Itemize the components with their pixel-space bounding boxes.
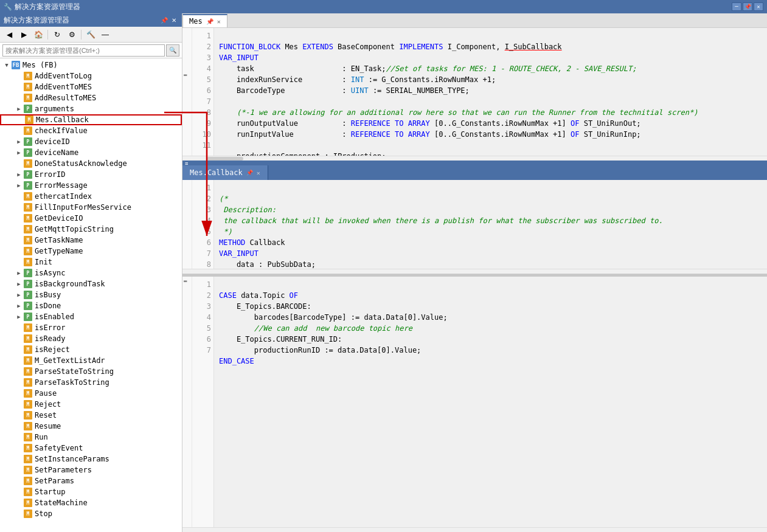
- back-button[interactable]: ◀: [2, 29, 16, 41]
- tree-item-getDeviceIO[interactable]: M GetDeviceIO: [0, 213, 182, 224]
- top-hscrollbar[interactable]: [182, 156, 767, 161]
- tree-item-stop[interactable]: M Stop: [0, 508, 182, 519]
- tree-item-doneStatusAck[interactable]: M DoneStatusAcknowledge: [0, 158, 182, 169]
- refresh-button[interactable]: ↻: [50, 29, 64, 41]
- mid-hscrollbar[interactable]: [182, 269, 767, 274]
- tree-item-parseTask[interactable]: M ParseTaskToString: [0, 377, 182, 388]
- title-bar-left: 🔧 解决方案资源管理器: [4, 2, 80, 12]
- code-content-top[interactable]: FUNCTION_BLOCK Mes EXTENDS BaseComponent…: [214, 28, 767, 156]
- item-label10: ErrorMessage: [35, 181, 88, 190]
- tree-item-safetyEvent[interactable]: M SafetyEvent: [0, 443, 182, 454]
- method-icon31: M: [23, 410, 33, 420]
- app-icon: 🔧: [4, 3, 12, 11]
- top-tab-bar: Mes 📌 ✕: [182, 13, 767, 28]
- tree-item-setParameters[interactable]: M SetParameters: [0, 465, 182, 475]
- tree-item-setParams[interactable]: M SetParams: [0, 475, 182, 486]
- item-label4: arguments: [35, 105, 74, 113]
- tree-item-addResultToMES[interactable]: M AddResultToMES: [0, 92, 182, 103]
- item-label28: ParseTaskToString: [35, 378, 109, 387]
- mes-tab-label: Mes: [189, 17, 203, 26]
- bot-hscrollbar[interactable]: [182, 527, 767, 532]
- item-label9: ErrorID: [35, 170, 66, 179]
- item-label21: isDone: [35, 302, 61, 310]
- tree-item-addEventToLog[interactable]: M AddEventToLog: [0, 71, 182, 81]
- tree-item-arguments[interactable]: ▶ P arguments: [0, 103, 182, 114]
- mes-tab-close[interactable]: ✕: [217, 18, 221, 25]
- method-icon35: M: [23, 454, 33, 464]
- tree-item-stateMachine[interactable]: M StateMachine: [0, 497, 182, 508]
- tree-item-isReady[interactable]: M isReady: [0, 333, 182, 344]
- tree-item-parseState[interactable]: M ParseStateToString: [0, 366, 182, 377]
- item-label36: SetParameters: [35, 466, 92, 474]
- method-icon29: M: [23, 389, 33, 398]
- tree-item-reset[interactable]: M Reset: [0, 410, 182, 421]
- fb-icon: FB: [11, 60, 21, 70]
- tree-item-pause[interactable]: M Pause: [0, 388, 182, 399]
- method-icon16: M: [23, 246, 33, 256]
- tree-item-checkIfValue[interactable]: M checkIfValue: [0, 125, 182, 136]
- tree-item-isDone[interactable]: ▶ P isDone: [0, 300, 182, 311]
- panel-close-button[interactable]: ✕: [170, 16, 178, 24]
- method-icon3: M: [23, 93, 33, 103]
- callback-tab[interactable]: Mes.Callback 📌 ✕: [182, 165, 268, 180]
- tree-item-deviceID[interactable]: ▶ P deviceID: [0, 136, 182, 147]
- tree-item-fillInput[interactable]: M FillInputForMesService: [0, 202, 182, 213]
- tree-root[interactable]: ▼ FB Mes (FB): [0, 60, 182, 71]
- tree-item-getTaskName[interactable]: M GetTaskName: [0, 235, 182, 246]
- tree-item-mGetText[interactable]: M M_GetTextListAdr: [0, 355, 182, 366]
- tree-item-init[interactable]: M Init: [0, 257, 182, 268]
- code-content-bot[interactable]: CASE data.Topic OF E_Topics.BARCODE: bar…: [214, 277, 767, 527]
- tree-item-errorMsg[interactable]: ▶ P ErrorMessage: [0, 180, 182, 191]
- tree-item-reject[interactable]: M Reject: [0, 399, 182, 410]
- minimize-button[interactable]: ─: [732, 2, 741, 11]
- tree-item-isEnabled[interactable]: ▶ P isEnabled: [0, 311, 182, 322]
- tool1-button[interactable]: 🔨: [84, 29, 97, 41]
- method-icon26: M: [23, 356, 33, 365]
- method-icon34: M: [23, 443, 33, 453]
- method-icon33: M: [23, 432, 33, 442]
- settings-button[interactable]: ⚙: [65, 29, 78, 41]
- top-editor-pane: ▬ 1234567891011 FUNCTION_BLOCK Mes EXTEN…: [182, 28, 767, 162]
- home-button[interactable]: 🏠: [32, 29, 45, 41]
- item-label32: Resume: [35, 422, 61, 430]
- tree-item-callback[interactable]: M Mes.Callback: [0, 114, 182, 125]
- tree-item-resume[interactable]: M Resume: [0, 421, 182, 432]
- mid-editor-pane: 12345678 (* Description: the callback th…: [182, 180, 767, 274]
- tree-item-isBusy[interactable]: ▶ P isBusy: [0, 289, 182, 300]
- tree-item-addEventToMES[interactable]: M AddEventToMES: [0, 81, 182, 92]
- tree-item-isAsync[interactable]: ▶ P isAsync: [0, 268, 182, 278]
- tool2-button[interactable]: —: [99, 29, 112, 41]
- tree-item-setInstanceParams[interactable]: M SetInstanceParams: [0, 454, 182, 465]
- method-icon25: M: [23, 345, 33, 354]
- fold-icon-1[interactable]: ▬: [184, 72, 187, 78]
- search-input[interactable]: [2, 44, 165, 57]
- tree-item-ethercatIndex[interactable]: M ethercatIndex: [0, 191, 182, 202]
- fold-icon-bot-1[interactable]: ▬: [184, 278, 187, 284]
- method-icon40: M: [23, 509, 33, 519]
- pin-button[interactable]: 📌: [743, 2, 752, 11]
- item-label2: AddEventToMES: [35, 83, 92, 91]
- code-content-mid[interactable]: (* Description: the callback that will b…: [214, 180, 767, 269]
- tree-item-errorID[interactable]: ▶ P ErrorID: [0, 169, 182, 180]
- item-label31: Reset: [35, 411, 57, 420]
- tree-item-deviceName[interactable]: ▶ P deviceName: [0, 147, 182, 158]
- callback-tab-close[interactable]: ✕: [257, 170, 260, 176]
- forward-button[interactable]: ▶: [17, 29, 30, 41]
- root-label: Mes (FB): [23, 61, 58, 69]
- tree-item-isReject[interactable]: M isReject: [0, 344, 182, 355]
- panel-title-bar: 解决方案资源管理器 📌 ✕: [0, 13, 182, 27]
- tree-item-getTypeName[interactable]: M GetTypeName: [0, 246, 182, 257]
- panel-pin-button[interactable]: 📌: [160, 16, 168, 24]
- tree-item-getMqtt[interactable]: M GetMqttTopicString: [0, 224, 182, 235]
- search-button[interactable]: 🔍: [166, 44, 179, 57]
- item-label22: isEnabled: [35, 313, 74, 321]
- mes-tab[interactable]: Mes 📌 ✕: [182, 14, 227, 27]
- close-button[interactable]: ✕: [754, 2, 763, 11]
- tree-item-run[interactable]: M Run: [0, 432, 182, 443]
- tree-item-isBackgroundTask[interactable]: ▶ P isBackgroundTask: [0, 278, 182, 289]
- prop-icon9: P: [23, 301, 33, 311]
- tree-item-startup[interactable]: M Startup: [0, 486, 182, 497]
- item-label17: Init: [35, 258, 52, 266]
- tree-item-isError[interactable]: M isError: [0, 322, 182, 333]
- item-label26: M_GetTextListAdr: [35, 356, 105, 365]
